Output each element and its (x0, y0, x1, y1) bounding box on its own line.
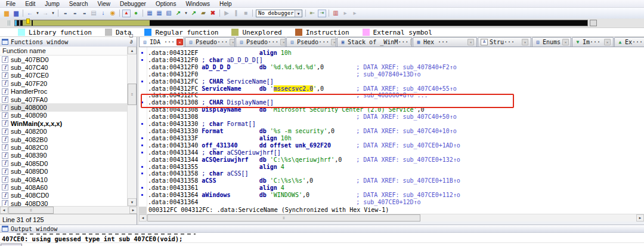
function-list-hscrollbar[interactable]: ◄ ≡ ► (0, 206, 137, 214)
asm-line[interactable]: .data:00431308 ; DATA XREF: sub_407C40+5… (148, 113, 644, 121)
tab-ex-9[interactable]: ▲Ex···✕ (614, 37, 644, 47)
function-row-sub-408200[interactable]: fsub_408200 (0, 128, 127, 136)
tab-pseudo-2[interactable]: ▤Pseudo···✕ (236, 37, 286, 47)
asm-line[interactable]: .data:00431364 ; sub_407CE0+12D↑o (148, 199, 644, 206)
tab-close-icon[interactable]: ✕ (562, 39, 569, 45)
function-row-sub-408090[interactable]: fsub_408090 (0, 112, 127, 119)
tab-hex-5[interactable]: ▩Hex ···✕ (413, 37, 477, 47)
command-input-box[interactable] (1, 244, 22, 246)
menu-jump[interactable]: Jump (40, 0, 64, 8)
asm-line[interactable]: .data:004312F0 aD_D_D_D db '%d.%d.%d.%d'… (148, 64, 644, 71)
function-row-sub-407f20[interactable]: fsub_407F20 (0, 79, 127, 87)
tab-close-icon[interactable]: ✕ (331, 39, 336, 45)
scroll-left-arrow[interactable]: ◄ (0, 207, 8, 214)
tab-close-icon[interactable]: ✕ (410, 39, 412, 45)
trace-arrow-icon[interactable]: ↗ (174, 9, 182, 17)
asm-line[interactable]: .data:00431308 DisplayName db 'Microsoft… (148, 106, 644, 113)
chevron-down-icon[interactable]: ▼ (295, 10, 302, 17)
asm-line[interactable]: .data:004312F0 ; sub_407840+13D↑o (148, 71, 644, 78)
disassembly-hscrollbar[interactable]: ◄ ≡ ► (139, 214, 644, 222)
binoculars-search-icon[interactable]: ●● (61, 9, 69, 17)
function-row-sub-4085d0[interactable]: fsub_4085D0 (0, 159, 127, 167)
menu-file[interactable]: File (1, 0, 20, 8)
cancel-red-icon[interactable]: ✖ (209, 9, 217, 17)
menu-help[interactable]: Help (215, 0, 237, 8)
tab-close-icon[interactable]: ✕ (522, 39, 528, 45)
asm-line[interactable]: .data:00431361 align 4 (148, 184, 644, 192)
float-button[interactable]: ∂ (128, 39, 135, 45)
tab-ida-0[interactable]: ▤IDA ···✕ (139, 37, 184, 47)
step-out-icon[interactable]: ⇤ (308, 9, 317, 17)
tab-stru-6[interactable]: AStru···✕ (478, 37, 531, 47)
breakpoint-icon-1[interactable]: ▸ (341, 9, 349, 17)
scroll-right-arrow[interactable]: ► (636, 214, 644, 222)
stop-icon[interactable]: ■ (242, 9, 250, 17)
save-icon[interactable]: ▆ (12, 9, 20, 17)
menu-windows[interactable]: Windows (181, 0, 215, 8)
asm-line[interactable]: .data:004312FC ; sub_408000+8↑o ... (148, 92, 644, 99)
forward-history-caret-icon[interactable]: ▾ (51, 9, 55, 17)
pause-icon[interactable]: ∥ (232, 9, 240, 17)
tab-im-8[interactable]: ▼Im···✕ (572, 37, 614, 47)
asm-line[interactable]: .data:00431340 off_431340 dd offset unk_… (148, 142, 644, 149)
back-history-caret-icon[interactable]: ▾ (35, 9, 40, 17)
asm-line[interactable]: .data:004312EF align 10h (148, 50, 644, 57)
function-row-sub-407ce0[interactable]: fsub_407CE0 (0, 72, 127, 79)
open-file-icon[interactable]: ▆ (2, 9, 11, 17)
jump-address-icon[interactable]: ↓ (99, 9, 107, 17)
step-into-icon[interactable]: ⇥ (318, 10, 326, 17)
function-row-sub-407bd0[interactable]: fsub_407BD0 (0, 56, 127, 63)
asm-line[interactable]: .data:00431355 align 4 (148, 164, 644, 171)
run-analysis-icon[interactable]: ● (132, 9, 140, 17)
function-row-sub-4082b0[interactable]: fsub_4082B0 (0, 136, 127, 143)
function-row-sub-408390[interactable]: fsub_408390 (0, 152, 127, 159)
scroll-down-arrow[interactable]: ▼ (128, 198, 137, 206)
play-icon[interactable]: ▶ (222, 9, 231, 17)
tab-enums-7[interactable]: ▤Enums✕ (532, 37, 571, 47)
lens-icon[interactable]: ◉ (109, 9, 117, 17)
tab-close-icon[interactable]: ✕ (177, 39, 183, 45)
function-row-sub-408d30[interactable]: fsub_408D30 (0, 199, 127, 206)
dock-grip[interactable] (8, 20, 11, 26)
edit-pencil-icon[interactable]: ▰ (199, 9, 208, 17)
tab-close-icon[interactable]: ✕ (604, 39, 611, 45)
hscroll-thumb[interactable]: ≡ (8, 207, 54, 214)
function-name-column-header[interactable]: Function name (0, 47, 127, 56)
vscroll-thumb[interactable]: ≡ (128, 84, 137, 105)
hscroll-thumb[interactable]: ≡ (147, 214, 420, 222)
asm-line[interactable]: .data:00431344 ; char aCSQeriuwjhrf[] (148, 149, 644, 156)
menu-view[interactable]: View (93, 0, 116, 8)
function-row-sub-4089d0[interactable]: fsub_4089D0 (0, 167, 127, 175)
menu-edit[interactable]: Edit (20, 0, 40, 8)
scroll-up-arrow[interactable]: ▲ (128, 47, 137, 54)
function-row-handlerproc[interactable]: fHandlerProc (0, 88, 127, 96)
asm-line[interactable]: .data:00431364 aWindows db 'WINDOWS',0 ;… (148, 192, 644, 199)
function-row-sub-407fa0[interactable]: fsub_407FA0 (0, 96, 127, 103)
trace-caret-icon[interactable]: ▾ (184, 9, 188, 17)
function-row-winmain-x-x-x-x[interactable]: fWinMain(x,x,x,x) (0, 119, 127, 127)
navigation-band[interactable] (14, 20, 588, 26)
function-row-sub-408000[interactable]: fsub_408000 (0, 103, 127, 111)
chart-window-icon-1[interactable]: ▦ (145, 9, 154, 17)
asm-line[interactable]: .data:00431358 aCSS db 'C:\%s\%s',0 ; DA… (148, 177, 644, 184)
asm-line[interactable]: .data:004312FC ; CHAR ServiceName[] (148, 78, 644, 85)
scroll-right-arrow[interactable]: ► (129, 207, 137, 214)
navigate-forward-icon[interactable]: → (41, 9, 49, 17)
asm-line[interactable]: .data:00431330 Format db '%s -m security… (148, 128, 644, 135)
function-row-sub-408a60[interactable]: fsub_408A60 (0, 183, 127, 191)
function-row-sub-408cd0[interactable]: fsub_408CD0 (0, 192, 127, 199)
navigate-back-icon[interactable]: ← (26, 9, 34, 17)
sheets-icon[interactable]: ▤ (89, 9, 98, 17)
asm-line[interactable]: .data:004312FC ServiceName db 'mssecsvc2… (148, 85, 644, 93)
binoculars-search-bin-icon[interactable]: ●● (80, 9, 88, 17)
function-row-sub-407c40[interactable]: fsub_407C40 (0, 63, 127, 71)
binoculars-search-text-icon[interactable]: ●● (70, 9, 79, 17)
asm-line[interactable]: .data:00431344 aCSQeriuwjhrf db 'C:\%s\q… (148, 156, 644, 164)
tab-close-icon[interactable]: ✕ (280, 39, 286, 45)
function-list-vscrollbar[interactable]: ▲ ≡ ▼ (127, 47, 137, 206)
trace-arrow2-icon[interactable]: ↗ (190, 9, 198, 17)
window-snapshot-icon[interactable]: ▲ (122, 10, 131, 17)
tab-pseudo-1[interactable]: ▤Pseudo···✕ (185, 37, 235, 47)
menu-options[interactable]: Options (151, 0, 181, 8)
asm-line[interactable]: .data:00431358 ; char aCSS[] (148, 170, 644, 177)
